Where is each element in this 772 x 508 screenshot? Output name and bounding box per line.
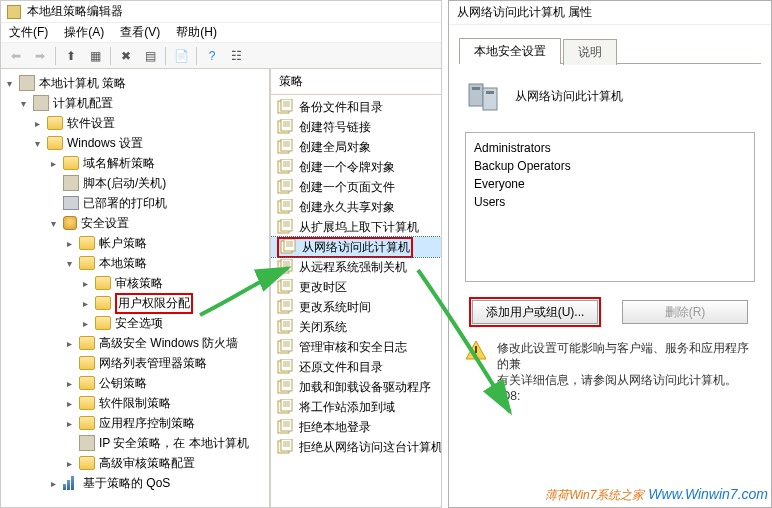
remove-button[interactable]: 删除(R)	[622, 300, 748, 324]
add-user-or-group-button[interactable]: 添加用户或组(U)...	[472, 300, 598, 324]
policy-list[interactable]: 策略 备份文件和目录创建符号链接创建全局对象创建一个令牌对象创建一个页面文件创建…	[271, 69, 441, 507]
show-hide-tree-button[interactable]: ▦	[84, 45, 106, 67]
policy-item[interactable]: 拒绝本地登录	[271, 417, 441, 437]
tree-software[interactable]: ▸软件设置	[1, 113, 269, 133]
folder-icon	[95, 276, 111, 290]
tree-root[interactable]: ▾本地计算机 策略	[1, 73, 269, 93]
policy-item[interactable]: 创建永久共享对象	[271, 197, 441, 217]
nav-back-button[interactable]: ⬅	[5, 45, 27, 67]
policy-icon	[277, 399, 293, 415]
tree-user-rights[interactable]: ▸用户权限分配	[1, 293, 269, 313]
principal-item[interactable]: Users	[474, 193, 746, 211]
svg-rect-76	[281, 399, 292, 411]
policy-column-header[interactable]: 策略	[271, 69, 441, 95]
tree-dns[interactable]: ▸域名解析策略	[1, 153, 269, 173]
svg-rect-36	[284, 239, 295, 251]
policy-icon	[277, 219, 293, 235]
menu-view[interactable]: 查看(V)	[120, 24, 160, 41]
policy-icon	[277, 139, 293, 155]
menu-action[interactable]: 操作(A)	[64, 24, 104, 41]
tree-local[interactable]: ▾本地策略	[1, 253, 269, 273]
prop-body: 从网络访问此计算机 AdministratorsBackup Operators…	[449, 64, 771, 418]
svg-rect-26	[281, 199, 292, 211]
svg-rect-1	[281, 99, 292, 111]
policy-item[interactable]: 关闭系统	[271, 317, 441, 337]
menu-help[interactable]: 帮助(H)	[176, 24, 217, 41]
policy-item[interactable]: 加载和卸载设备驱动程序	[271, 377, 441, 397]
up-button[interactable]: ⬆	[60, 45, 82, 67]
nav-tree[interactable]: ▾本地计算机 策略 ▾计算机配置 ▸软件设置 ▾Windows 设置 ▸域名解析…	[1, 69, 271, 507]
policy-icon	[277, 439, 293, 455]
policy-label: 从远程系统强制关机	[299, 259, 407, 276]
menubar[interactable]: 文件(F) 操作(A) 查看(V) 帮助(H)	[1, 23, 441, 43]
policy-item[interactable]: 创建符号链接	[271, 117, 441, 137]
tree-netlist[interactable]: 网络列表管理器策略	[1, 353, 269, 373]
principal-item[interactable]: Backup Operators	[474, 157, 746, 175]
tree-windows[interactable]: ▾Windows 设置	[1, 133, 269, 153]
svg-rect-11	[281, 139, 292, 151]
svg-rect-93	[486, 91, 494, 94]
tab-explain[interactable]: 说明	[563, 39, 617, 65]
policy-label: 将工作站添加到域	[299, 399, 395, 416]
policy-icon	[277, 159, 293, 175]
tree-printers[interactable]: 已部署的打印机	[1, 193, 269, 213]
policy-item[interactable]: 创建一个令牌对象	[271, 157, 441, 177]
policy-icon	[277, 379, 293, 395]
help-button[interactable]: ?	[201, 45, 223, 67]
principals-listbox[interactable]: AdministratorsBackup OperatorsEveryoneUs…	[465, 132, 755, 282]
policy-item[interactable]: 管理审核和安全日志	[271, 337, 441, 357]
tree-qos[interactable]: ▸ 基于策略的 QoS	[1, 473, 269, 493]
tree-srp[interactable]: ▸软件限制策略	[1, 393, 269, 413]
tree-adv-audit[interactable]: ▸高级审核策略配置	[1, 453, 269, 473]
policy-item[interactable]: 从远程系统强制关机	[271, 257, 441, 277]
policy-item[interactable]: 拒绝从网络访问这台计算机	[271, 437, 441, 457]
tree-sec-options[interactable]: ▸安全选项	[1, 313, 269, 333]
policy-icon	[277, 199, 293, 215]
policy-icon	[277, 419, 293, 435]
policy-item[interactable]: 还原文件和目录	[271, 357, 441, 377]
policy-icon	[277, 119, 293, 135]
policy-label: 从网络访问此计算机	[302, 239, 410, 256]
policy-name-label: 从网络访问此计算机	[515, 88, 623, 105]
separator	[165, 47, 166, 65]
menu-file[interactable]: 文件(F)	[9, 24, 48, 41]
tree-ipsec[interactable]: IP 安全策略，在 本地计算机	[1, 433, 269, 453]
policy-item[interactable]: 从网络访问此计算机	[271, 237, 441, 257]
folder-icon	[79, 396, 95, 410]
tree-account[interactable]: ▸帐户策略	[1, 233, 269, 253]
export-button[interactable]: 📄	[170, 45, 192, 67]
svg-rect-66	[281, 359, 292, 371]
principal-item[interactable]: Administrators	[474, 139, 746, 157]
policy-item[interactable]: 备份文件和目录	[271, 97, 441, 117]
policy-item[interactable]: 更改系统时间	[271, 297, 441, 317]
policy-item[interactable]: 从扩展坞上取下计算机	[271, 217, 441, 237]
policy-label: 管理审核和安全日志	[299, 339, 407, 356]
tree-wfas[interactable]: ▸高级安全 Windows 防火墙	[1, 333, 269, 353]
svg-rect-56	[281, 319, 292, 331]
gpedit-window: 本地组策略编辑器 文件(F) 操作(A) 查看(V) 帮助(H) ⬅ ➡ ⬆ ▦…	[0, 0, 442, 508]
policy-item[interactable]: 创建全局对象	[271, 137, 441, 157]
svg-rect-71	[281, 379, 292, 391]
policy-label: 更改系统时间	[299, 299, 371, 316]
svg-rect-6	[281, 119, 292, 131]
policy-item[interactable]: 将工作站添加到域	[271, 397, 441, 417]
tree-pubkey[interactable]: ▸公钥策略	[1, 373, 269, 393]
policy-icon	[280, 239, 296, 255]
delete-button[interactable]: ✖	[115, 45, 137, 67]
principal-item[interactable]: Everyone	[474, 175, 746, 193]
svg-rect-61	[281, 339, 292, 351]
svg-rect-21	[281, 179, 292, 191]
view-toggle-button[interactable]: ☷	[225, 45, 247, 67]
nav-fwd-button[interactable]: ➡	[29, 45, 51, 67]
tree-security[interactable]: ▾安全设置	[1, 213, 269, 233]
properties-button[interactable]: ▤	[139, 45, 161, 67]
tree-audit[interactable]: ▸审核策略	[1, 273, 269, 293]
tree-appctrl[interactable]: ▸应用程序控制策略	[1, 413, 269, 433]
policy-label: 创建永久共享对象	[299, 199, 395, 216]
policy-icon	[277, 319, 293, 335]
tab-local-security[interactable]: 本地安全设置	[459, 38, 561, 64]
policy-item[interactable]: 更改时区	[271, 277, 441, 297]
tree-scripts[interactable]: 脚本(启动/关机)	[1, 173, 269, 193]
tree-computer-config[interactable]: ▾计算机配置	[1, 93, 269, 113]
policy-item[interactable]: 创建一个页面文件	[271, 177, 441, 197]
